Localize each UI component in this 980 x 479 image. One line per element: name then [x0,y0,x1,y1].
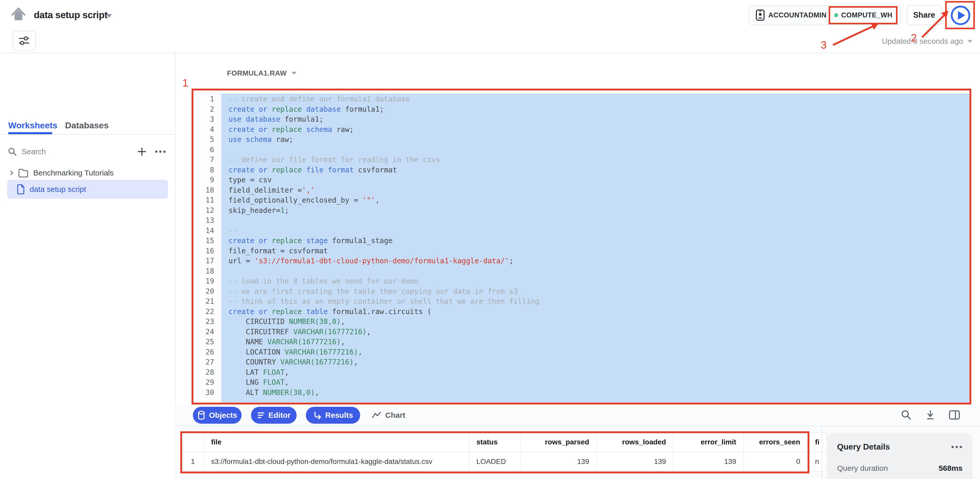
code-line: create or replace table formula1.raw.cir… [221,307,969,317]
context-pill[interactable]: ACCOUNTADMIN COMPUTE_WH [748,5,901,25]
plus-icon [137,146,147,157]
chart-line-icon [372,411,381,419]
filters-button[interactable] [12,31,36,51]
worksheet-title: data setup script [34,10,108,21]
line-number: 10 [193,185,220,196]
active-tab-underline [8,132,52,134]
database-icon [197,411,205,420]
line-number: 15 [193,236,220,246]
code-line: use schema raw; [221,134,969,145]
code-line: COUNTRY VARCHAR(16777216), [221,357,969,367]
tab-databases[interactable]: Databases [65,120,108,130]
code-area[interactable]: -- create and define our formula1 databa… [221,91,969,403]
line-number: 13 [193,215,220,226]
results-header-row: file status rows_parsed rows_loaded erro… [182,433,827,452]
home-button[interactable] [10,6,27,22]
worksheet-label: data setup script [30,185,86,194]
download-results-button[interactable] [923,408,937,422]
person-badge-icon [756,9,765,21]
document-icon [16,184,25,195]
code-line: CIRCUITREF VARCHAR(16777216), [221,327,969,337]
query-details-title: Query Details [837,442,890,452]
column-header-errors-seen[interactable]: errors_seen [744,433,808,452]
split-view-icon [948,410,960,420]
results-row[interactable]: 1 s3://formula1-dbt-cloud-python-demo/fo… [182,452,827,471]
code-line: -- load in the 8 tables we need for our … [221,276,969,286]
role-name: ACCOUNTADMIN [768,11,827,19]
search-icon [8,147,17,156]
chart-toggle[interactable]: Chart [372,407,405,424]
editor-lines-icon [257,411,265,419]
results-table[interactable]: file status rows_parsed rows_loaded erro… [182,432,827,471]
column-header-clipped[interactable]: fi [808,433,827,452]
code-line: type = csv [221,175,969,185]
annotation-label-1: 1 [182,77,188,89]
sliders-icon [18,36,30,46]
line-number: 27 [193,357,220,367]
error-limit-cell: 139 [673,452,744,471]
worksheet-title-caret-icon[interactable] [106,14,112,18]
line-number: 14 [193,226,220,236]
code-line: file_format = csvformat [221,246,969,256]
code-line: -- [221,226,969,236]
database-schema-selector[interactable]: FORMULA1.RAW [227,69,296,77]
file-cell: s3://formula1-dbt-cloud-python-demo/form… [204,452,469,471]
sql-editor[interactable]: 1234567891011121314151617181920212223242… [192,89,971,404]
chevron-right-icon [9,169,14,177]
line-number: 20 [193,286,220,297]
annotation-box-2 [945,1,975,29]
line-number: 16 [193,246,220,256]
results-actions [899,408,962,422]
role-selector[interactable]: ACCOUNTADMIN [756,9,827,21]
line-number: 1 [193,94,220,104]
annotation-arrow-3 [833,25,873,46]
code-line: -- think of this as an empty container o… [221,296,969,307]
line-number: 26 [193,347,220,357]
line-number: 28 [193,367,220,377]
search-input[interactable] [22,147,106,156]
context-label: FORMULA1.RAW [227,69,286,77]
line-number: 4 [193,124,220,135]
code-line: create or replace file format csvformat [221,165,969,175]
column-header-rows-loaded[interactable]: rows_loaded [597,433,673,452]
sidebar-item-folder[interactable]: Benchmarking Tutorials [0,166,175,180]
code-line: -- create and define our formula1 databa… [221,94,969,104]
code-line: CIRCUITID NUMBER(38,0), [221,317,969,327]
objects-button[interactable]: Objects [193,407,242,424]
editor-button-label: Editor [269,411,291,420]
run-button-wrap [951,6,970,25]
line-number: 30 [193,388,220,398]
code-line: LAT FLOAT, [221,367,969,377]
line-number: 5 [193,134,220,145]
search-results-button[interactable] [899,408,913,422]
code-line [221,215,969,226]
warehouse-selector[interactable]: COMPUTE_WH [833,11,894,19]
tab-worksheets[interactable]: Worksheets [8,120,57,130]
column-header-rows-parsed[interactable]: rows_parsed [521,433,597,452]
line-number-gutter: 1234567891011121314151617181920212223242… [193,91,221,403]
code-line [221,145,969,155]
query-details-more-icon[interactable] [951,446,963,449]
line-number: 18 [193,266,220,276]
sidebar-item-worksheet-selected[interactable]: data setup script [7,180,168,199]
annotation-label-2: 2 [911,32,917,44]
code-lines: -- create and define our formula1 databa… [221,94,969,398]
tab-divider [0,134,175,135]
results-panel: file status rows_parsed rows_loaded erro… [175,426,980,479]
updated-caret-icon[interactable] [968,40,972,43]
code-line: create or replace schema raw; [221,124,969,135]
column-header-error-limit[interactable]: error_limit [673,433,744,452]
editor-button[interactable]: Editor [251,407,297,424]
column-header-rownum[interactable] [182,433,204,452]
new-worksheet-button[interactable] [136,145,148,158]
column-header-status[interactable]: status [469,433,521,452]
code-line: create or replace database formula1; [221,104,969,115]
annotation-box-3 [829,6,897,24]
code-line: skip_header=1; [221,205,969,216]
sidebar-more-button[interactable] [153,145,167,158]
clipped-cell: n [808,452,827,471]
column-header-file[interactable]: file [204,433,469,452]
split-view-button[interactable] [947,408,962,422]
query-duration-value: 568ms [939,464,963,473]
results-button[interactable]: Results [306,407,360,424]
